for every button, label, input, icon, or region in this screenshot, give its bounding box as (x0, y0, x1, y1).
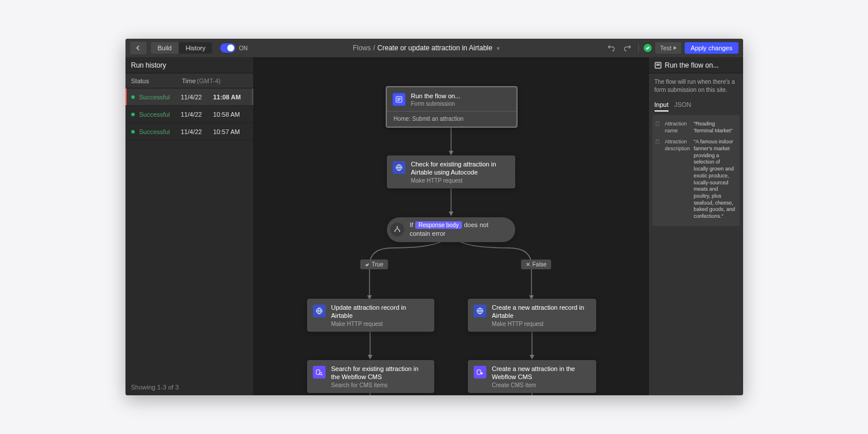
text-field-icon: ⎕ (656, 121, 662, 134)
svg-rect-31 (477, 370, 481, 374)
node-condition[interactable]: If Response body does not contain error (387, 217, 515, 242)
tab-input[interactable]: Input (655, 99, 668, 112)
connector (450, 187, 452, 216)
mode-tabs: Build History (151, 42, 213, 54)
svg-line-30 (322, 374, 323, 376)
run-date: 11/4/22 (181, 128, 213, 135)
form-icon (655, 62, 662, 69)
col-timezone: (GMT-4) (197, 77, 221, 84)
breadcrumb: Flows / Create or update attraction in A… (252, 44, 600, 52)
flow-enabled-toggle[interactable] (220, 43, 235, 53)
test-button[interactable]: Test (655, 42, 681, 54)
condition-text: If Response body does not contain error (410, 221, 507, 239)
add-db-icon (474, 366, 486, 379)
status-dot-icon (131, 95, 135, 99)
redo-button[interactable] (621, 42, 634, 54)
svg-marker-9 (530, 355, 534, 359)
connector (450, 127, 452, 155)
breadcrumb-root: Flows (353, 44, 371, 52)
run-time: 11:08 AM (213, 94, 241, 101)
globe-icon (393, 161, 405, 174)
globe-icon (313, 305, 326, 317)
col-status: Status (131, 77, 182, 84)
node-subtitle: Make HTTP request (492, 321, 590, 327)
input-tabs: Input JSON (649, 99, 743, 112)
toggle-label: ON (239, 45, 248, 51)
run-status: Successful (139, 128, 181, 135)
topbar-actions: Test Apply changes (605, 42, 738, 54)
form-icon (393, 93, 405, 106)
arrow-left-icon (135, 44, 142, 51)
run-history-footer: Showing 1-3 of 3 (125, 379, 253, 395)
node-title: Run the flow on... (411, 92, 511, 100)
node-subtitle: Create CMS item (492, 382, 590, 388)
app-window: Build History ON Flows / Create or updat… (125, 39, 743, 395)
node-search-cms[interactable]: Search for existing attraction in the We… (307, 360, 434, 393)
node-trigger[interactable]: Run the flow on... Form submission Home:… (386, 86, 518, 128)
input-data-panel: ⎕ Attraction name "Reading Terminal Mark… (652, 115, 740, 226)
breadcrumb-current: Create or update attraction in Airtable (378, 44, 493, 52)
svg-marker-7 (368, 355, 372, 359)
run-row[interactable]: Successful 11/4/22 10:58 AM (125, 106, 253, 123)
tab-json[interactable]: JSON (674, 99, 691, 112)
undo-button[interactable] (605, 42, 618, 54)
node-create-cms[interactable]: Create a new attraction in the Webflow C… (468, 360, 596, 393)
node-check-airtable[interactable]: Check for existing attraction in Airtabl… (387, 155, 515, 188)
input-row: ⎕ Attraction description "A famous indoo… (656, 136, 736, 222)
check-icon (365, 262, 370, 267)
details-header: Run the flow on... (649, 57, 743, 73)
flow-canvas[interactable]: Run the flow on... Form submission Home:… (254, 57, 648, 395)
run-history-panel: Run history Status Time (GMT-4) Successf… (125, 57, 254, 395)
status-dot-icon (131, 130, 135, 133)
globe-icon (474, 305, 486, 317)
branch-false-label: ✕ False (521, 259, 551, 269)
run-date: 11/4/22 (181, 94, 213, 101)
apply-changes-button[interactable]: Apply changes (685, 42, 738, 54)
svg-marker-3 (449, 212, 453, 216)
main-area: Run history Status Time (GMT-4) Successf… (125, 57, 743, 395)
node-title: Create a new attraction record in Airtab… (492, 303, 590, 320)
back-button[interactable] (130, 42, 146, 54)
run-status: Successful (139, 111, 181, 118)
branch-icon (390, 222, 404, 236)
chevron-down-icon[interactable]: ▾ (497, 45, 500, 51)
variable-chip: Response body (415, 221, 463, 229)
node-subtitle: Form submission (411, 101, 511, 107)
col-time: Time (182, 77, 196, 84)
node-title: Check for existing attraction in Airtabl… (411, 160, 509, 177)
node-meta: Home: Submit an attraction (394, 116, 511, 122)
node-subtitle: Make HTTP request (331, 321, 429, 327)
test-label: Test (660, 44, 671, 51)
status-dot-icon (131, 113, 135, 116)
input-value: "Reading Terminal Market" (694, 121, 736, 134)
text-field-icon: ⎕ (656, 139, 662, 220)
undo-icon (607, 44, 615, 52)
run-row[interactable]: Successful 11/4/22 11:08 AM (125, 88, 253, 106)
node-update-airtable[interactable]: Update attraction record in Airtable Mak… (307, 299, 434, 332)
run-status: Successful (139, 94, 181, 101)
node-title: Update attraction record in Airtable (331, 303, 429, 320)
svg-marker-1 (449, 151, 453, 155)
input-label: Attraction name (665, 121, 690, 134)
details-panel: Run the flow on... The flow will run whe… (648, 57, 743, 395)
x-icon: ✕ (526, 261, 530, 268)
node-create-airtable[interactable]: Create a new attraction record in Airtab… (468, 299, 596, 332)
topbar: Build History ON Flows / Create or updat… (125, 39, 743, 57)
search-db-icon (313, 366, 326, 379)
run-date: 11/4/22 (181, 111, 213, 118)
status-ok-icon (644, 44, 652, 52)
run-row[interactable]: Successful 11/4/22 10:57 AM (125, 123, 253, 140)
svg-point-20 (398, 231, 400, 232)
divider (638, 43, 639, 53)
node-title: Create a new attraction in the Webflow C… (492, 365, 590, 381)
tab-history[interactable]: History (179, 42, 212, 54)
input-label: Attraction description (665, 139, 690, 220)
input-value: "A famous indoor farmer's market providi… (694, 139, 736, 220)
connector (531, 329, 533, 359)
run-time: 10:58 AM (213, 111, 240, 118)
tab-build[interactable]: Build (151, 42, 179, 54)
input-row: ⎕ Attraction name "Reading Terminal Mark… (656, 118, 736, 136)
svg-point-21 (396, 227, 397, 228)
redo-icon (623, 44, 631, 52)
svg-point-19 (394, 231, 395, 232)
